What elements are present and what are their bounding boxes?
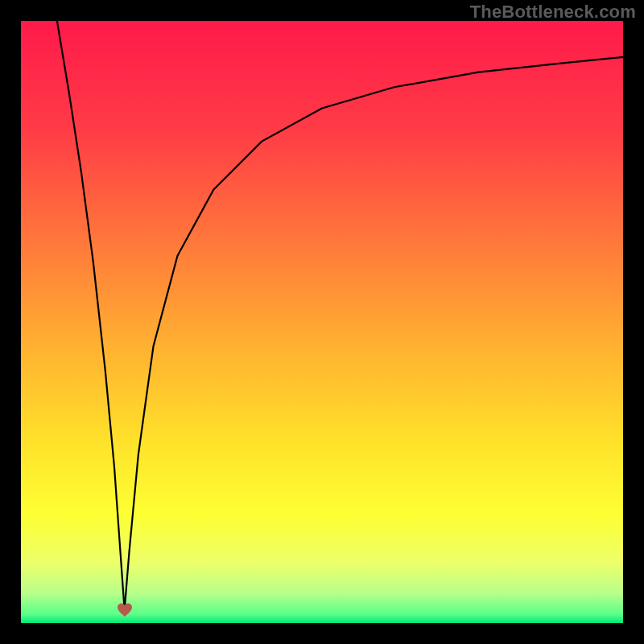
- watermark-text: TheBottleneck.com: [470, 2, 636, 23]
- bottleneck-curve: [21, 21, 623, 623]
- heart-icon: [115, 601, 134, 620]
- plot-area: [21, 21, 623, 623]
- chart-frame: TheBottleneck.com: [0, 0, 644, 644]
